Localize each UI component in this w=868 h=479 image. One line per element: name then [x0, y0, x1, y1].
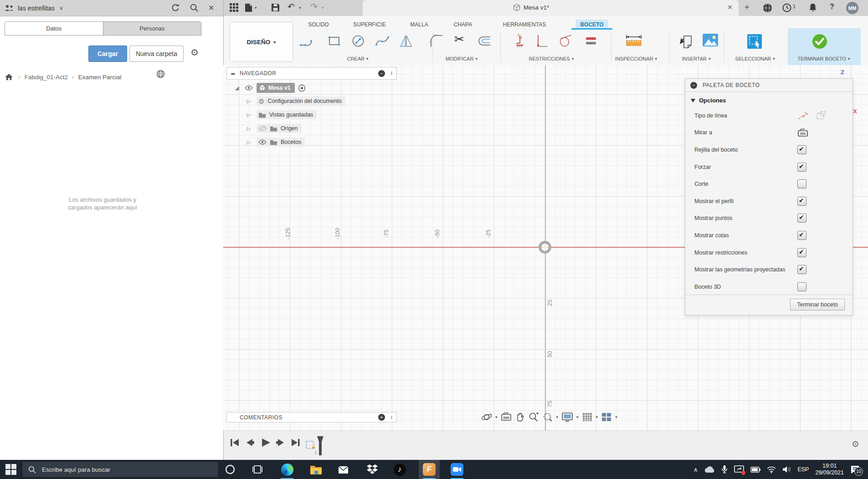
document-close-icon[interactable]: ✕	[727, 4, 733, 11]
expander-icon[interactable]: ▷	[245, 126, 253, 132]
circle-tool-icon[interactable]	[350, 33, 366, 49]
mail-app-button[interactable]	[333, 460, 354, 479]
palette-header[interactable]: − PALETA DE BOCETO	[685, 79, 853, 92]
tree-row-root[interactable]: ◢ Mesa v1	[226, 82, 397, 94]
group-crear[interactable]: CREAR▾	[347, 56, 368, 61]
new-document-tab-icon[interactable]: +	[745, 3, 750, 12]
measure-tool-icon[interactable]	[624, 33, 644, 49]
tab-solido[interactable]: SOLIDO	[303, 20, 333, 29]
group-terminar-boceto[interactable]: TERMINAR BOCETO▾	[797, 56, 850, 61]
look-at-button-icon[interactable]	[797, 128, 808, 137]
finish-sketch-button[interactable]: Terminar boceto	[790, 299, 845, 311]
comments-plus-icon[interactable]: +	[378, 414, 385, 421]
sketch-3d-checkbox[interactable]	[797, 282, 806, 291]
pan-hand-icon[interactable]	[515, 412, 525, 422]
job-status-clock-icon[interactable]	[782, 3, 791, 12]
save-icon[interactable]	[271, 3, 280, 12]
group-inspeccionar[interactable]: INSPECCIONAR▾	[615, 56, 657, 61]
document-tab[interactable]: Mesa v1* ✕	[363, 0, 739, 16]
team-name[interactable]: las estrellitas	[18, 5, 55, 12]
tree-row-origin[interactable]: ▷ Origen	[226, 122, 397, 135]
fillet-tool-icon[interactable]	[429, 33, 444, 49]
viewports-icon[interactable]	[601, 412, 612, 422]
user-avatar[interactable]: MM	[846, 2, 858, 14]
tree-row-sketches[interactable]: ▷ Bocetos	[226, 135, 397, 149]
look-at-icon[interactable]	[501, 413, 512, 422]
line-tool-icon[interactable]	[299, 33, 314, 49]
open-on-web-globe-icon[interactable]	[156, 70, 165, 78]
show-dimensions-checkbox[interactable]	[797, 231, 806, 240]
mirror-tool-icon[interactable]	[398, 33, 414, 49]
undo-caret-icon[interactable]: ▾	[299, 5, 301, 10]
trim-scissors-icon[interactable]: ✂	[454, 32, 464, 46]
hidden-icons-chevron-icon[interactable]: ∧	[693, 466, 698, 473]
taskbar-search-box[interactable]: Escribe aquí para buscar	[22, 461, 219, 478]
clock[interactable]: 19:01 29/09/2021	[815, 463, 844, 476]
vertical-horizontal-constraint-icon[interactable]	[534, 33, 549, 49]
equal-constraint-icon[interactable]	[583, 33, 599, 49]
upload-button[interactable]: Cargar	[88, 46, 127, 62]
projected-geometry-icon[interactable]	[816, 111, 827, 120]
root-node-chip[interactable]: Mesa v1	[257, 83, 295, 93]
video-call-app-button[interactable]	[447, 460, 467, 479]
volume-icon[interactable]	[782, 466, 791, 473]
timeline-settings-gear-icon[interactable]: ⚙	[852, 439, 859, 449]
tab-chapa[interactable]: CHAPA	[449, 20, 477, 29]
tab-superficie[interactable]: SUPERFICIE	[349, 20, 390, 29]
rectangle-tool-icon[interactable]	[327, 33, 342, 49]
navigator-header[interactable]: ◂◂ NAVEGADOR − ‖	[226, 67, 397, 80]
zoom-window-icon[interactable]	[542, 412, 553, 422]
task-view-button[interactable]	[247, 460, 268, 479]
show-constraints-checkbox[interactable]	[797, 248, 806, 257]
refresh-icon[interactable]	[171, 3, 180, 12]
offset-tool-icon[interactable]	[477, 33, 492, 49]
eye-visible-icon[interactable]	[245, 85, 253, 91]
tab-herramientas[interactable]: HERRAMIENTAS	[498, 20, 550, 29]
app-grid-icon[interactable]	[230, 3, 238, 12]
breadcrumb-project[interactable]: Fabdig_01-Act2	[25, 74, 68, 81]
orbit-caret-icon[interactable]: ▾	[495, 415, 498, 419]
root-expander-icon[interactable]: ◢	[233, 85, 241, 91]
timeline-sketch-feature-marker[interactable]	[305, 435, 326, 458]
tangent-constraint-icon[interactable]	[558, 33, 573, 49]
expander-icon[interactable]: ▷	[245, 139, 253, 145]
origin-point[interactable]	[539, 241, 551, 254]
notifications-bell-icon[interactable]	[809, 3, 817, 12]
sketch-grid-checkbox[interactable]	[797, 145, 806, 154]
display-settings-caret-icon[interactable]: ▾	[576, 415, 579, 419]
grid-settings-caret-icon[interactable]: ▾	[596, 415, 598, 419]
microphone-icon[interactable]	[721, 465, 728, 474]
tree-row-saved-views[interactable]: ▷ Vistas guardadas	[226, 108, 397, 122]
insert-derive-icon[interactable]	[678, 33, 694, 50]
expander-icon[interactable]: ▷	[245, 112, 253, 118]
tab-personas[interactable]: Personas	[103, 22, 201, 35]
panel-settings-gear-icon[interactable]: ⚙	[190, 48, 199, 57]
tab-datos[interactable]: Datos	[5, 22, 103, 35]
expander-icon[interactable]: ▷	[245, 98, 253, 104]
collapse-chevrons-icon[interactable]: ◂◂	[231, 71, 234, 76]
fusion360-app-button[interactable]: F	[419, 460, 440, 479]
file-menu-icon[interactable]	[245, 3, 252, 12]
construction-line-icon[interactable]	[797, 111, 809, 120]
wifi-icon[interactable]	[767, 466, 776, 473]
grid-settings-icon[interactable]	[582, 412, 593, 422]
timeline-step-forward-icon[interactable]	[275, 437, 286, 448]
insert-image-icon[interactable]	[702, 33, 719, 47]
tiktok-app-button[interactable]: ♪	[389, 460, 410, 479]
snap-checkbox[interactable]	[797, 163, 806, 172]
redo-icon[interactable]: ↷	[310, 1, 318, 12]
timeline-go-start-icon[interactable]	[229, 437, 240, 448]
group-restricciones[interactable]: RESTRICCIONES▾	[529, 56, 574, 61]
action-center-icon[interactable]: 10	[850, 465, 860, 474]
file-explorer-button[interactable]	[305, 460, 326, 479]
display-settings-icon[interactable]	[561, 412, 573, 422]
group-seleccionar[interactable]: SELECCIONAR▾	[735, 56, 775, 61]
extensions-globe-icon[interactable]	[763, 3, 772, 13]
new-folder-button[interactable]: Nueva carpeta	[129, 46, 184, 62]
show-projected-checkbox[interactable]	[797, 265, 806, 274]
fixed-constraint-icon[interactable]	[512, 33, 528, 49]
search-icon[interactable]	[190, 3, 199, 12]
navigator-minus-icon[interactable]: −	[378, 70, 385, 77]
dropbox-app-button[interactable]	[362, 460, 383, 479]
onedrive-cloud-icon[interactable]	[704, 466, 715, 473]
